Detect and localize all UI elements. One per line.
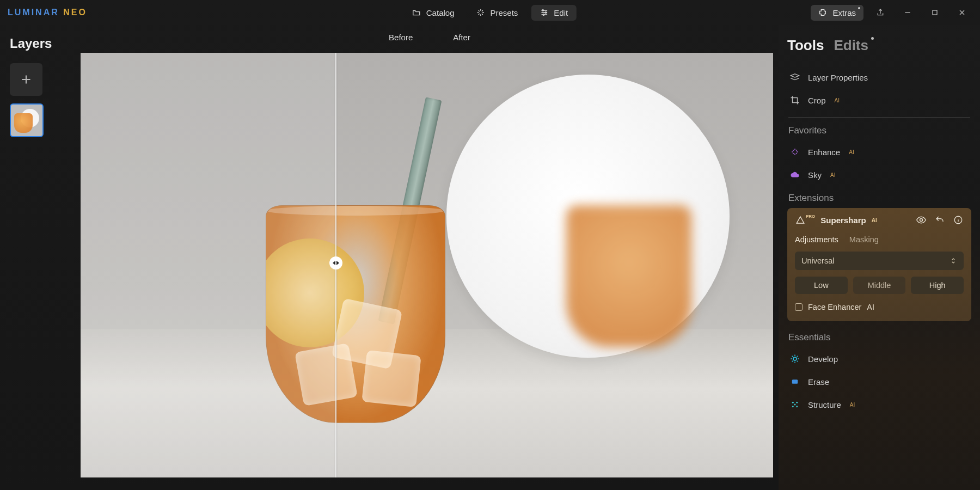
face-enhancer-ai-badge: AI (867, 303, 874, 311)
structure-ai-badge: AI (850, 402, 855, 408)
compare-divider[interactable] (335, 53, 336, 477)
tool-layer-properties[interactable]: Layer Properties (787, 66, 971, 89)
info-button[interactable] (953, 215, 964, 225)
erase-label: Erase (808, 377, 829, 387)
maximize-button[interactable] (924, 2, 945, 23)
subtab-masking[interactable]: Masking (849, 235, 879, 244)
mode-select[interactable]: Universal (795, 252, 964, 270)
svg-rect-7 (792, 379, 798, 384)
svg-point-12 (794, 404, 796, 406)
mode-select-value: Universal (801, 256, 834, 265)
tool-erase[interactable]: Erase (787, 370, 971, 393)
before-after-labels: Before After (81, 25, 779, 47)
face-enhancer-label: Face Enhancer (808, 303, 861, 311)
tab-tools[interactable]: Tools (787, 37, 824, 54)
subtab-adjustments[interactable]: Adjustments (795, 235, 838, 244)
extensions-heading: Extensions (788, 193, 970, 204)
tab-edits-label: Edits (834, 37, 868, 53)
supersharp-subtabs: Adjustments Masking (795, 235, 964, 244)
seg-middle[interactable]: Middle (853, 277, 906, 294)
compare-handle[interactable] (329, 256, 342, 270)
bg-ice (362, 350, 421, 407)
close-button[interactable] (952, 2, 972, 23)
crop-icon (789, 95, 800, 106)
image-preview[interactable] (81, 53, 773, 477)
extras-label: Extras (832, 8, 856, 17)
sky-ai-badge: AI (830, 172, 835, 178)
reset-button[interactable] (934, 215, 945, 225)
share-icon (876, 8, 885, 17)
logo-word-2: NEO (59, 8, 87, 17)
edit-button[interactable]: Edit (531, 5, 577, 21)
share-button[interactable] (870, 2, 891, 23)
svg-rect-3 (933, 10, 937, 15)
catalog-label: Catalog (426, 8, 455, 17)
divider-line (788, 117, 970, 118)
seg-high[interactable]: High (911, 277, 964, 294)
enhance-label: Enhance (808, 148, 840, 157)
updown-icon (950, 257, 957, 265)
favorites-heading: Favorites (788, 125, 970, 136)
enhance-ai-badge: AI (849, 149, 854, 155)
sparkle-icon (476, 8, 485, 17)
app-root: LUMINAR NEO Catalog Presets Edit Extras (0, 0, 980, 490)
structure-label: Structure (808, 400, 841, 409)
pro-badge: PRO (806, 214, 815, 219)
seg-low[interactable]: Low (795, 277, 848, 294)
develop-label: Develop (808, 354, 838, 364)
svg-point-11 (796, 406, 798, 407)
folder-icon (412, 8, 421, 17)
eye-icon (916, 215, 927, 225)
tab-edits[interactable]: Edits (834, 37, 868, 54)
tool-develop[interactable]: Develop (787, 347, 971, 370)
cloud-icon (789, 169, 800, 180)
intensity-segment: Low Middle High (795, 277, 964, 294)
tool-structure[interactable]: Structure AI (787, 393, 971, 416)
top-bar: LUMINAR NEO Catalog Presets Edit Extras (0, 0, 980, 25)
triangle-icon (795, 215, 806, 225)
canvas-area: Before After (81, 25, 779, 490)
catalog-button[interactable]: Catalog (403, 5, 463, 21)
svg-point-4 (920, 219, 923, 222)
presets-label: Presets (490, 8, 518, 17)
edits-dot-icon (871, 37, 874, 40)
svg-point-6 (793, 357, 797, 360)
tool-sky[interactable]: Sky AI (787, 163, 971, 186)
erase-icon (789, 376, 800, 387)
extras-button[interactable]: Extras (811, 5, 863, 21)
logo-word-1: LUMINAR (8, 8, 59, 17)
main-area: Layers Before After (0, 25, 980, 490)
bg-reflection (566, 205, 691, 347)
develop-icon (789, 353, 800, 364)
layers-icon (789, 72, 800, 83)
top-right: Extras (811, 2, 972, 23)
svg-point-8 (792, 402, 794, 403)
before-overlay (81, 53, 335, 477)
layer-properties-label: Layer Properties (808, 73, 868, 82)
supersharp-label: Supersharp (820, 216, 866, 225)
tool-crop[interactable]: Crop AI (787, 89, 971, 112)
layers-title: Layers (10, 36, 71, 51)
crop-label: Crop (808, 96, 826, 105)
minimize-button[interactable] (897, 2, 918, 23)
layer-thumbnail-1[interactable] (10, 103, 44, 137)
right-tabs: Tools Edits (787, 37, 971, 54)
arrow-left-icon (333, 261, 335, 265)
svg-point-10 (792, 406, 794, 407)
checkbox-icon (795, 303, 803, 311)
before-label: Before (389, 33, 413, 42)
visibility-toggle[interactable] (916, 215, 927, 225)
info-icon (953, 215, 963, 225)
tool-enhance[interactable]: Enhance AI (787, 140, 971, 163)
presets-button[interactable]: Presets (467, 5, 526, 21)
layers-panel: Layers (0, 25, 81, 490)
edit-label: Edit (554, 8, 568, 17)
supersharp-header[interactable]: PRO Supersharp AI (795, 215, 964, 225)
face-enhancer-checkbox[interactable]: Face Enhancer AI (795, 303, 964, 311)
puzzle-icon (818, 8, 827, 17)
add-layer-button[interactable] (10, 63, 42, 96)
thumb-image-icon (11, 105, 42, 136)
top-nav: Catalog Presets Edit (403, 5, 577, 21)
supersharp-ai-badge: AI (872, 217, 877, 223)
app-logo: LUMINAR NEO (8, 8, 87, 17)
